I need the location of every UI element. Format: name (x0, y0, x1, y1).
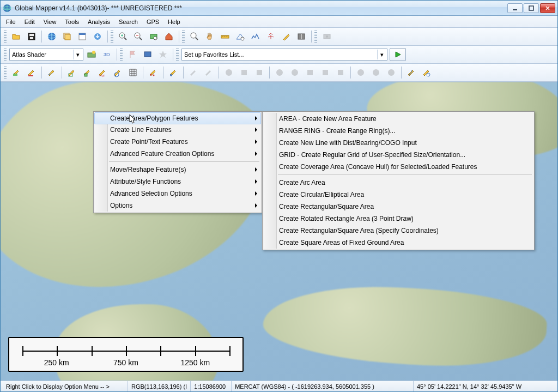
close-button[interactable] (540, 3, 555, 13)
maximize-button[interactable] (524, 3, 539, 13)
home-button[interactable] (162, 29, 176, 44)
star-button[interactable] (156, 47, 170, 62)
edit-rect-button[interactable] (65, 65, 79, 80)
submenu-item-rect-coords[interactable]: Create Rectangular/Square Area (Specify … (264, 225, 533, 237)
menu-item-label: Create Circular/Elliptical Area (279, 191, 364, 198)
layers-button[interactable] (60, 29, 74, 44)
edit-square-button[interactable] (80, 65, 94, 80)
d9-button[interactable] (354, 65, 368, 80)
save-button[interactable] (25, 29, 39, 44)
edit-line-button[interactable] (25, 65, 39, 80)
submenu-item-arc[interactable]: Create Arc Area (264, 177, 533, 189)
svg-point-23 (326, 35, 328, 38)
submenu-arrow-icon (255, 128, 257, 132)
menu-item-label: Create Line Features (110, 126, 172, 134)
scale-axis (22, 345, 229, 357)
chevron-down-icon: ▾ (73, 50, 82, 59)
edit-rotate-button[interactable] (202, 65, 216, 80)
menu-gps[interactable]: GPS (142, 16, 163, 27)
profile-tool-button[interactable] (248, 29, 263, 44)
menu-help[interactable]: Help (163, 16, 185, 27)
shader-combo[interactable]: Atlas Shader ▾ (9, 49, 83, 61)
menu-view[interactable]: View (39, 16, 61, 27)
edit-arrow-button[interactable] (404, 65, 418, 80)
submenu-item-coverage[interactable]: Create Coverage Area (Concave Hull) for … (264, 161, 533, 173)
edit-snap-button[interactable] (420, 65, 434, 80)
edit-move-button[interactable] (186, 65, 201, 80)
separator (311, 31, 312, 43)
d5-button[interactable] (288, 65, 302, 80)
3d-view-button[interactable]: 3D (100, 47, 114, 62)
edit-points-button[interactable] (146, 65, 160, 80)
zoom-full-button[interactable] (147, 29, 161, 44)
download-button[interactable] (90, 29, 105, 44)
svg-point-45 (373, 69, 379, 76)
menu-item-attribute-style[interactable]: Attribute/Style Functions (95, 176, 260, 188)
grip-icon (182, 31, 185, 43)
flag-button[interactable] (125, 47, 140, 62)
open-button[interactable] (9, 29, 23, 44)
viewshed-tool-button[interactable] (264, 29, 278, 44)
zoom-in-button[interactable] (116, 29, 130, 44)
d2-button[interactable] (237, 65, 251, 80)
menu-item-options[interactable]: Options (95, 200, 260, 212)
submenu-arrow-icon (255, 116, 257, 120)
zoom-tool-button[interactable] (187, 29, 202, 44)
svg-point-35 (170, 74, 172, 76)
menu-item-advanced-selection[interactable]: Advanced Selection Options (95, 188, 260, 200)
submenu-arrow-icon (255, 203, 257, 208)
minimize-button[interactable] (507, 3, 523, 13)
edit-vertex-button[interactable] (166, 65, 180, 80)
submenu-item-grid[interactable]: GRID - Create Regular Grid of User-Speci… (264, 149, 533, 161)
menu-item-create-line[interactable]: Create Line Features (95, 124, 260, 136)
edit-circle-button[interactable] (111, 65, 125, 80)
menu-search[interactable]: Search (114, 16, 142, 27)
screen-button[interactable] (141, 47, 155, 62)
d8-button[interactable] (333, 65, 348, 80)
info-tool-button[interactable] (233, 29, 247, 44)
swipe-tool-button[interactable] (294, 29, 308, 44)
render-button[interactable] (84, 47, 99, 62)
svg-rect-3 (529, 6, 533, 10)
run-favorite-button[interactable] (390, 48, 406, 61)
scale-labels: 250 km 750 km 1250 km (22, 358, 229, 367)
svg-text:cogo: cogo (99, 74, 105, 77)
d7-button[interactable] (318, 65, 332, 80)
d4-button[interactable] (272, 65, 287, 80)
submenu-item-range-ring[interactable]: RANGE RING - Create Range Ring(s)... (264, 125, 533, 137)
submenu-item-cogo[interactable]: Create New Line with Dist/Bearing/COGO I… (264, 137, 533, 149)
submenu-item-circular[interactable]: Create Circular/Elliptical Area (264, 189, 533, 201)
edit-grid-button[interactable] (126, 65, 140, 80)
d3-button[interactable] (252, 65, 266, 80)
globe-button[interactable] (45, 29, 59, 44)
edit-area-button[interactable] (9, 65, 23, 80)
favorites-combo[interactable]: Set up Favorites List... ▾ (181, 49, 387, 61)
menu-item-create-area[interactable]: Create Area/Polygon Features (94, 112, 261, 124)
submenu-item-rotated-rect[interactable]: Create Rotated Rectangle Area (3 Point D… (264, 213, 533, 225)
submenu-item-area[interactable]: AREA - Create New Area Feature (264, 113, 533, 125)
window-controls (507, 3, 555, 13)
capture-button[interactable] (320, 29, 334, 44)
menu-item-create-point[interactable]: Create Point/Text Features (95, 136, 260, 148)
map-viewport[interactable]: Create Area/Polygon Features Create Line… (1, 82, 557, 381)
menu-tools[interactable]: Tools (60, 16, 83, 27)
pan-tool-button[interactable] (203, 29, 217, 44)
edit-cogo-button[interactable]: cogo (95, 65, 110, 80)
measure-tool-button[interactable] (218, 29, 232, 44)
menu-analysis[interactable]: Analysis (83, 16, 114, 27)
menu-file[interactable]: File (2, 16, 20, 27)
config-button[interactable] (75, 29, 89, 44)
d10-button[interactable] (369, 65, 383, 80)
d6-button[interactable] (303, 65, 317, 80)
d1-button[interactable] (222, 65, 236, 80)
submenu-item-square-ground[interactable]: Create Square Areas of Fixed Ground Area (264, 237, 533, 249)
submenu-item-rectangular[interactable]: Create Rectangular/Square Area (264, 201, 533, 213)
digitizer-tool-button[interactable] (279, 29, 293, 44)
d11-button[interactable] (384, 65, 398, 80)
app-icon (3, 4, 11, 13)
menu-item-move-reshape[interactable]: Move/Reshape Feature(s) (95, 164, 260, 176)
menu-item-advanced-creation[interactable]: Advanced Feature Creation Options (95, 148, 260, 160)
edit-trace-button[interactable] (45, 65, 59, 80)
zoom-out-button[interactable] (131, 29, 145, 44)
menu-edit[interactable]: Edit (20, 16, 39, 27)
